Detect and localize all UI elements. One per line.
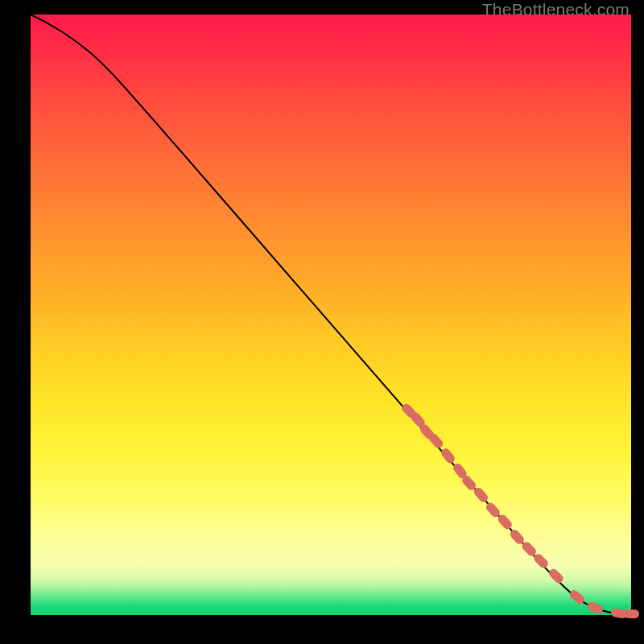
chart-frame: TheBottleneck.com bbox=[0, 0, 644, 644]
data-point bbox=[532, 552, 550, 570]
data-point bbox=[586, 601, 605, 614]
data-point bbox=[547, 568, 565, 585]
data-points bbox=[400, 402, 639, 618]
chart-overlay bbox=[31, 14, 631, 615]
data-point bbox=[440, 447, 456, 464]
plot-area bbox=[31, 14, 631, 615]
data-point bbox=[623, 609, 640, 619]
bottleneck-curve bbox=[31, 14, 631, 614]
